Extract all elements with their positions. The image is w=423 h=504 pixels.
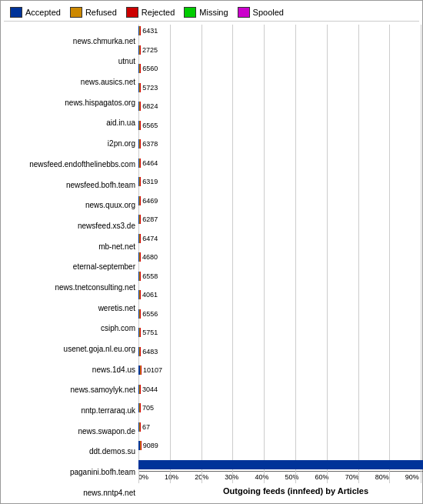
y-label: mb-net.net (98, 243, 135, 251)
bar-row: 6565 (138, 119, 423, 132)
bar-rejected (140, 64, 141, 73)
bar-row: 1842477 (138, 459, 423, 471)
bar-rejected (140, 83, 141, 92)
bar-row: 3044 (138, 383, 423, 396)
bar-row: 6319 (138, 175, 423, 188)
bar-rejected (141, 365, 142, 375)
y-label: news.tnetconsulting.net (55, 284, 135, 292)
bar-rejected (140, 139, 141, 149)
y-label: aid.in.ua (106, 119, 135, 127)
bar-rejected (140, 272, 141, 281)
x-axis-label: 40% (255, 473, 268, 485)
bar-row: 6558 (138, 270, 423, 282)
y-label: news.hispagatos.org (65, 99, 135, 107)
legend-label: Accepted (25, 8, 61, 17)
bar-rejected (140, 328, 141, 337)
bar-rejected (140, 422, 141, 432)
bar-rejected (141, 441, 142, 450)
bar-rejected (140, 215, 141, 224)
legend-color (184, 7, 196, 18)
y-label: usenet.goja.nl.eu.org (64, 345, 135, 353)
bar-value-label: 6565 (142, 122, 158, 129)
legend-color (70, 7, 82, 18)
bar-value-label: 9089 (143, 442, 158, 449)
y-label: newsfeed.bofh.team (66, 182, 135, 189)
legend-label: Refused (85, 8, 117, 17)
legend-label: Spooled (253, 8, 284, 17)
bar-rejected (140, 309, 141, 319)
legend-color (10, 7, 22, 18)
bottom-section: 0%10%20%30%40%50%60%70%80%90%100% Outgoi… (138, 471, 423, 497)
bar-value-label: 6469 (142, 197, 158, 205)
bar-row: 6464 (138, 157, 423, 169)
bar-row: 6483 (138, 345, 423, 358)
bars-rows: 6431272565605723682465656378646463196469… (138, 25, 423, 471)
x-axis-labels: 0%10%20%30%40%50%60%70%80%90%100% (138, 471, 423, 485)
chart-container: AcceptedRefusedRejectedMissingSpooled ne… (0, 0, 423, 504)
y-label: ddt.demos.su (89, 448, 135, 456)
bar-value-label: 6464 (142, 159, 158, 167)
x-axis-label: 90% (405, 473, 419, 485)
y-label: news.1d4.us (92, 366, 135, 374)
legend-item: Missing (184, 7, 228, 18)
bar-value-label: 4061 (142, 291, 158, 299)
bar-row: 6431 (138, 25, 423, 37)
legend-item: Rejected (126, 7, 175, 18)
bar-row: 6469 (138, 195, 423, 207)
bar-value-label: 3044 (142, 386, 158, 393)
bar-rejected (140, 177, 141, 186)
y-label: news.samoylyk.net (71, 386, 135, 394)
bar-value-label: 6556 (142, 310, 158, 318)
bar-row: 6287 (138, 213, 423, 225)
bar-row: 67 (138, 421, 423, 433)
x-axis-label: 60% (315, 473, 329, 485)
bar-rejected (140, 102, 141, 111)
y-label: nntp.terraraq.uk (81, 407, 135, 415)
y-label: paganini.bofh.team (70, 469, 135, 476)
bar-accepted (138, 460, 423, 469)
legend-label: Rejected (142, 8, 175, 17)
y-label: news.chmurka.net (73, 38, 135, 45)
bar-value-label: 67 (142, 423, 150, 431)
bars-section: 6431272565605723682465656378646463196469… (138, 25, 423, 497)
bar-rejected (140, 403, 141, 412)
bar-rejected (140, 252, 141, 262)
bar-rejected (140, 385, 141, 394)
bar-rejected (140, 159, 141, 168)
x-axis-label: 70% (345, 473, 359, 485)
bar-row: 6378 (138, 138, 423, 150)
legend-label: Missing (199, 8, 228, 17)
legend-item: Spooled (238, 7, 284, 18)
bar-value-label: 6319 (142, 178, 158, 185)
bar-rejected (140, 45, 141, 55)
bar-rejected (140, 234, 141, 243)
bar-row: 705 (138, 402, 423, 414)
legend-item: Refused (70, 7, 117, 18)
bar-row: 6474 (138, 232, 423, 245)
bar-row: 10107 (138, 364, 423, 376)
x-axis-label: 30% (225, 473, 238, 485)
y-label: eternal-september (73, 263, 135, 271)
bar-row: 4680 (138, 251, 423, 263)
bar-value-label: 6378 (142, 140, 158, 148)
bar-rejected (140, 196, 141, 205)
bar-rejected (140, 26, 141, 35)
bar-value-label: 705 (142, 404, 154, 412)
y-label: csiph.com (101, 325, 135, 332)
y-label: newsfeed.endofthelinebbs.com (29, 161, 135, 169)
bar-row: 5723 (138, 82, 423, 94)
y-label: news.quux.org (85, 202, 135, 209)
bar-row: 6824 (138, 100, 423, 112)
bar-row: 6560 (138, 62, 423, 75)
x-axis-label: 20% (195, 473, 208, 485)
bar-value-label: 6560 (142, 65, 158, 72)
bar-row: 4061 (138, 289, 423, 301)
bar-rejected (140, 347, 141, 356)
bar-value-label: 6431 (142, 27, 158, 35)
bar-row: 5751 (138, 326, 423, 339)
bar-value-label: 2725 (142, 46, 158, 54)
bar-rejected (140, 290, 141, 299)
bar-value-label: 6483 (142, 348, 158, 355)
bar-value-label: 10107 (143, 366, 162, 374)
x-axis-label: 80% (375, 473, 389, 485)
